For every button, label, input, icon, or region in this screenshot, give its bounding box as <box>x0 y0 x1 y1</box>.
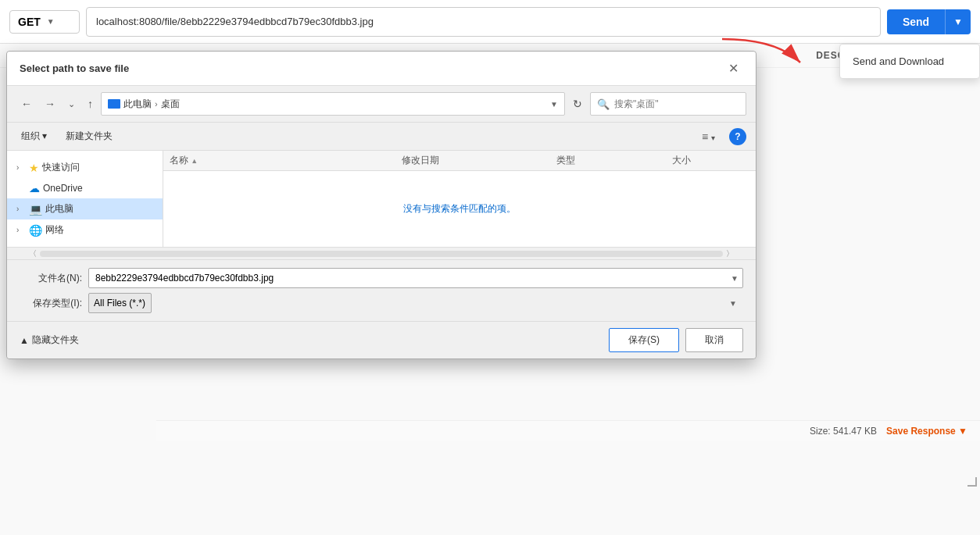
quick-access-label: 快速访问 <box>42 161 80 174</box>
path-sep-1: › <box>155 99 158 109</box>
send-button-group: Send ▼ <box>887 9 971 34</box>
star-icon: ★ <box>29 162 39 174</box>
sidebar: › ★ 快速访问 ☁ OneDrive › 💻 此电脑 › 🌐 <box>7 151 163 247</box>
view-chevron-icon: ▾ <box>711 134 715 142</box>
filetype-label: 保存类型(I): <box>20 297 82 310</box>
horizontal-scrollbar[interactable]: 〈 〉 <box>7 247 756 259</box>
path-part-1: 此电脑 <box>123 98 152 111</box>
expand-icon: › <box>16 226 26 234</box>
scroll-left-button[interactable]: 〈 <box>26 248 40 259</box>
sidebar-item-quick-access[interactable]: › ★ 快速访问 <box>7 157 163 178</box>
dialog-titlebar: Select path to save file ✕ <box>7 52 756 86</box>
response-info-bar: Size: 541.47 KB Save Response ▼ <box>156 420 980 441</box>
hide-folders-button[interactable]: ▲ 隐藏文件夹 <box>20 333 79 347</box>
expand-icon: › <box>16 163 26 172</box>
nav-bar: ← → ⌄ ↑ 此电脑 › 桌面 ▼ ↻ 🔍 <box>7 86 756 123</box>
url-input[interactable] <box>86 7 881 37</box>
save-button[interactable]: 保存(S) <box>609 328 679 352</box>
dialog-close-button[interactable]: ✕ <box>724 59 743 77</box>
view-icon: ≡ <box>702 130 708 143</box>
scroll-right-button[interactable]: 〉 <box>723 248 737 259</box>
send-and-download-item[interactable]: Send and Download <box>840 48 979 75</box>
network-label: 网络 <box>45 223 64 237</box>
app-bar: GET ▼ Send ▼ <box>0 0 980 44</box>
path-dropdown-icon[interactable]: ▼ <box>550 100 558 109</box>
help-button[interactable]: ? <box>729 128 746 145</box>
toolbar: 组织 ▾ 新建文件夹 ≡ ▾ ? <box>7 123 756 151</box>
file-list: 名称 ▲ 修改日期 类型 大小 没有与搜索条件匹配的项。 <box>163 151 756 247</box>
method-chevron-icon: ▼ <box>47 17 55 26</box>
refresh-button[interactable]: ↻ <box>568 95 587 113</box>
cloud-icon: ☁ <box>29 182 40 194</box>
method-label: GET <box>18 16 41 28</box>
browser-area: › ★ 快速访问 ☁ OneDrive › 💻 此电脑 › 🌐 <box>7 151 756 247</box>
filetype-select-wrapper: All Files (*.*) ▼ <box>88 293 743 313</box>
dialog-title: Select path to save file <box>20 62 129 74</box>
recent-button[interactable]: ⌄ <box>63 96 80 112</box>
sidebar-item-network[interactable]: › 🌐 网络 <box>7 219 163 241</box>
view-button[interactable]: ≡ ▾ <box>697 128 720 145</box>
computer-icon: 💻 <box>29 203 42 216</box>
send-button[interactable]: Send <box>887 9 945 34</box>
organize-button[interactable]: 组织 ▾ <box>16 127 52 145</box>
sidebar-item-onedrive[interactable]: ☁ OneDrive <box>7 178 163 198</box>
filename-row: 文件名(N): ▼ <box>20 268 743 288</box>
expand-icon: › <box>16 205 26 213</box>
search-box: 🔍 <box>590 92 746 116</box>
col-name-header[interactable]: 名称 ▲ <box>170 154 402 167</box>
sidebar-item-this-pc[interactable]: › 💻 此电脑 <box>7 198 163 219</box>
search-icon: 🔍 <box>597 98 610 110</box>
path-bar[interactable]: 此电脑 › 桌面 ▼ <box>101 92 565 116</box>
forward-button[interactable]: → <box>40 95 60 113</box>
filetype-chevron-icon: ▼ <box>729 299 737 308</box>
up-button[interactable]: ↑ <box>83 95 98 113</box>
filename-dropdown-icon[interactable]: ▼ <box>731 274 739 283</box>
this-pc-label: 此电脑 <box>45 202 73 216</box>
filetype-row: 保存类型(I): All Files (*.*) ▼ <box>20 293 743 313</box>
path-folder-icon <box>108 99 120 109</box>
scroll-track[interactable] <box>40 251 723 257</box>
path-part-2: 桌面 <box>161 98 180 111</box>
network-icon: 🌐 <box>29 224 42 237</box>
new-folder-button[interactable]: 新建文件夹 <box>61 127 117 145</box>
send-dropdown-menu: Send and Download <box>839 44 980 79</box>
save-response-button[interactable]: Save Response ▼ <box>886 426 967 437</box>
file-list-header: 名称 ▲ 修改日期 类型 大小 <box>163 151 756 171</box>
filetype-select[interactable]: All Files (*.*) <box>88 293 152 313</box>
response-size: Size: 541.47 KB <box>810 426 877 437</box>
resize-handle[interactable] <box>967 477 977 487</box>
col-type-header[interactable]: 类型 <box>556 154 672 167</box>
back-button[interactable]: ← <box>16 95 37 113</box>
col-size-header[interactable]: 大小 <box>672 154 749 167</box>
method-select[interactable]: GET ▼ <box>9 10 80 34</box>
dialog-footer: ▲ 隐藏文件夹 保存(S) 取消 <box>7 321 756 358</box>
filename-label: 文件名(N): <box>20 272 82 285</box>
save-file-dialog: Select path to save file ✕ ← → ⌄ ↑ 此电脑 ›… <box>6 51 756 359</box>
empty-message: 没有与搜索条件匹配的项。 <box>163 171 756 247</box>
footer-buttons: 保存(S) 取消 <box>609 328 743 352</box>
search-input[interactable] <box>614 98 739 109</box>
send-dropdown-button[interactable]: ▼ <box>945 9 971 34</box>
sort-icon: ▲ <box>191 157 198 165</box>
onedrive-label: OneDrive <box>43 183 83 194</box>
hide-folders-label: 隐藏文件夹 <box>32 333 79 347</box>
cancel-button[interactable]: 取消 <box>685 328 743 352</box>
col-date-header[interactable]: 修改日期 <box>402 154 556 167</box>
filename-input[interactable] <box>88 268 743 288</box>
bottom-form: 文件名(N): ▼ 保存类型(I): All Files (*.*) ▼ <box>7 259 756 321</box>
hide-folders-icon: ▲ <box>20 335 29 346</box>
